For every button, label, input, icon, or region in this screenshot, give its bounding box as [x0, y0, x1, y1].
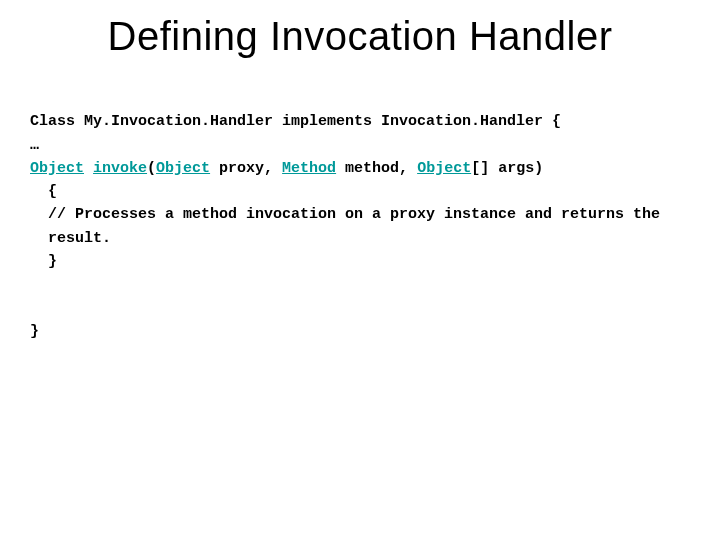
- type-method-link: Method: [282, 160, 336, 177]
- type-object-link: Object: [156, 160, 210, 177]
- code-line-6: }: [30, 250, 690, 273]
- code-line-2: …: [30, 137, 39, 154]
- code-text: (: [147, 160, 156, 177]
- code-text: [84, 160, 93, 177]
- code-line-4: {: [30, 180, 690, 203]
- method-invoke-link: invoke: [93, 160, 147, 177]
- code-line-close: }: [30, 323, 39, 340]
- code-line-1: Class My.Invocation.Handler implements I…: [30, 113, 561, 130]
- code-line-5: // Processes a method invocation on a pr…: [30, 203, 690, 250]
- slide-title: Defining Invocation Handler: [30, 14, 690, 59]
- slide: Defining Invocation Handler Class My.Inv…: [0, 0, 720, 540]
- code-line-3: Object invoke(Object proxy, Method metho…: [30, 160, 543, 177]
- type-object-link: Object: [30, 160, 84, 177]
- code-text: [] args): [471, 160, 543, 177]
- code-text: method,: [336, 160, 417, 177]
- code-block: Class My.Invocation.Handler implements I…: [30, 87, 690, 366]
- code-text: proxy,: [210, 160, 282, 177]
- type-object-link: Object: [417, 160, 471, 177]
